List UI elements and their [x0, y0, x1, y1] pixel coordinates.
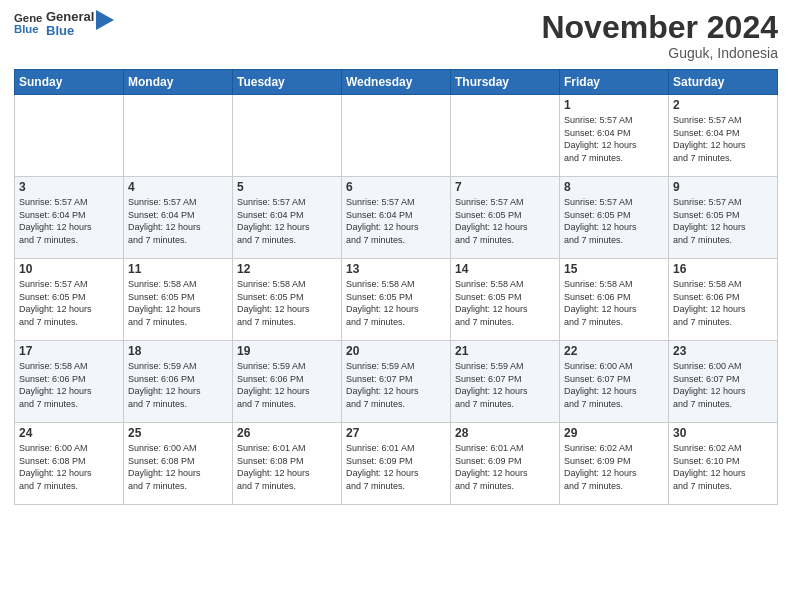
svg-marker-3: [96, 10, 114, 30]
calendar-week-4: 17Sunrise: 5:58 AM Sunset: 6:06 PM Dayli…: [15, 341, 778, 423]
calendar-cell: 24Sunrise: 6:00 AM Sunset: 6:08 PM Dayli…: [15, 423, 124, 505]
calendar-cell: [15, 95, 124, 177]
calendar-week-5: 24Sunrise: 6:00 AM Sunset: 6:08 PM Dayli…: [15, 423, 778, 505]
day-number: 27: [346, 426, 446, 440]
day-number: 17: [19, 344, 119, 358]
location-subtitle: Guguk, Indonesia: [541, 45, 778, 61]
logo-text: General Blue: [46, 10, 94, 39]
calendar-cell: 15Sunrise: 5:58 AM Sunset: 6:06 PM Dayli…: [560, 259, 669, 341]
col-wednesday: Wednesday: [342, 70, 451, 95]
day-number: 3: [19, 180, 119, 194]
day-info: Sunrise: 6:00 AM Sunset: 6:08 PM Dayligh…: [19, 442, 119, 492]
day-info: Sunrise: 6:02 AM Sunset: 6:10 PM Dayligh…: [673, 442, 773, 492]
col-sunday: Sunday: [15, 70, 124, 95]
calendar-cell: 23Sunrise: 6:00 AM Sunset: 6:07 PM Dayli…: [669, 341, 778, 423]
day-info: Sunrise: 5:57 AM Sunset: 6:04 PM Dayligh…: [673, 114, 773, 164]
arrow-icon: [96, 10, 114, 30]
calendar-cell: 28Sunrise: 6:01 AM Sunset: 6:09 PM Dayli…: [451, 423, 560, 505]
month-title: November 2024: [541, 10, 778, 45]
day-info: Sunrise: 6:00 AM Sunset: 6:07 PM Dayligh…: [673, 360, 773, 410]
day-number: 19: [237, 344, 337, 358]
col-tuesday: Tuesday: [233, 70, 342, 95]
day-number: 18: [128, 344, 228, 358]
day-number: 25: [128, 426, 228, 440]
day-number: 29: [564, 426, 664, 440]
calendar-cell: 7Sunrise: 5:57 AM Sunset: 6:05 PM Daylig…: [451, 177, 560, 259]
calendar-cell: 5Sunrise: 5:57 AM Sunset: 6:04 PM Daylig…: [233, 177, 342, 259]
calendar-cell: 27Sunrise: 6:01 AM Sunset: 6:09 PM Dayli…: [342, 423, 451, 505]
day-number: 23: [673, 344, 773, 358]
calendar-cell: 14Sunrise: 5:58 AM Sunset: 6:05 PM Dayli…: [451, 259, 560, 341]
day-info: Sunrise: 5:57 AM Sunset: 6:04 PM Dayligh…: [128, 196, 228, 246]
day-info: Sunrise: 6:00 AM Sunset: 6:07 PM Dayligh…: [564, 360, 664, 410]
day-info: Sunrise: 5:58 AM Sunset: 6:05 PM Dayligh…: [128, 278, 228, 328]
day-info: Sunrise: 6:00 AM Sunset: 6:08 PM Dayligh…: [128, 442, 228, 492]
day-info: Sunrise: 6:01 AM Sunset: 6:09 PM Dayligh…: [455, 442, 555, 492]
calendar-cell: 2Sunrise: 5:57 AM Sunset: 6:04 PM Daylig…: [669, 95, 778, 177]
calendar-cell: 10Sunrise: 5:57 AM Sunset: 6:05 PM Dayli…: [15, 259, 124, 341]
col-saturday: Saturday: [669, 70, 778, 95]
calendar-cell: 6Sunrise: 5:57 AM Sunset: 6:04 PM Daylig…: [342, 177, 451, 259]
day-number: 15: [564, 262, 664, 276]
title-block: November 2024 Guguk, Indonesia: [541, 10, 778, 61]
day-number: 2: [673, 98, 773, 112]
calendar-cell: 3Sunrise: 5:57 AM Sunset: 6:04 PM Daylig…: [15, 177, 124, 259]
day-number: 6: [346, 180, 446, 194]
day-number: 11: [128, 262, 228, 276]
calendar-cell: 21Sunrise: 5:59 AM Sunset: 6:07 PM Dayli…: [451, 341, 560, 423]
day-info: Sunrise: 5:58 AM Sunset: 6:06 PM Dayligh…: [564, 278, 664, 328]
calendar-cell: [342, 95, 451, 177]
day-info: Sunrise: 5:58 AM Sunset: 6:05 PM Dayligh…: [237, 278, 337, 328]
day-info: Sunrise: 5:57 AM Sunset: 6:04 PM Dayligh…: [237, 196, 337, 246]
calendar-cell: [233, 95, 342, 177]
calendar-cell: [124, 95, 233, 177]
day-number: 4: [128, 180, 228, 194]
day-number: 28: [455, 426, 555, 440]
day-number: 12: [237, 262, 337, 276]
calendar-cell: 4Sunrise: 5:57 AM Sunset: 6:04 PM Daylig…: [124, 177, 233, 259]
day-info: Sunrise: 5:58 AM Sunset: 6:06 PM Dayligh…: [19, 360, 119, 410]
calendar-cell: 12Sunrise: 5:58 AM Sunset: 6:05 PM Dayli…: [233, 259, 342, 341]
day-number: 26: [237, 426, 337, 440]
day-number: 24: [19, 426, 119, 440]
day-number: 13: [346, 262, 446, 276]
calendar-cell: 19Sunrise: 5:59 AM Sunset: 6:06 PM Dayli…: [233, 341, 342, 423]
day-info: Sunrise: 5:58 AM Sunset: 6:06 PM Dayligh…: [673, 278, 773, 328]
day-info: Sunrise: 5:57 AM Sunset: 6:05 PM Dayligh…: [564, 196, 664, 246]
calendar-cell: 13Sunrise: 5:58 AM Sunset: 6:05 PM Dayli…: [342, 259, 451, 341]
day-number: 5: [237, 180, 337, 194]
day-info: Sunrise: 5:57 AM Sunset: 6:04 PM Dayligh…: [19, 196, 119, 246]
calendar-week-3: 10Sunrise: 5:57 AM Sunset: 6:05 PM Dayli…: [15, 259, 778, 341]
day-number: 8: [564, 180, 664, 194]
day-number: 1: [564, 98, 664, 112]
calendar-cell: 8Sunrise: 5:57 AM Sunset: 6:05 PM Daylig…: [560, 177, 669, 259]
calendar-cell: 9Sunrise: 5:57 AM Sunset: 6:05 PM Daylig…: [669, 177, 778, 259]
day-info: Sunrise: 5:59 AM Sunset: 6:06 PM Dayligh…: [237, 360, 337, 410]
day-number: 30: [673, 426, 773, 440]
col-monday: Monday: [124, 70, 233, 95]
day-number: 21: [455, 344, 555, 358]
day-number: 10: [19, 262, 119, 276]
day-info: Sunrise: 6:01 AM Sunset: 6:09 PM Dayligh…: [346, 442, 446, 492]
col-friday: Friday: [560, 70, 669, 95]
day-number: 14: [455, 262, 555, 276]
day-info: Sunrise: 6:02 AM Sunset: 6:09 PM Dayligh…: [564, 442, 664, 492]
day-info: Sunrise: 5:57 AM Sunset: 6:04 PM Dayligh…: [346, 196, 446, 246]
day-number: 7: [455, 180, 555, 194]
page: General Blue General Blue November 2024 …: [0, 0, 792, 612]
day-info: Sunrise: 5:57 AM Sunset: 6:05 PM Dayligh…: [19, 278, 119, 328]
day-info: Sunrise: 5:59 AM Sunset: 6:06 PM Dayligh…: [128, 360, 228, 410]
day-info: Sunrise: 5:57 AM Sunset: 6:04 PM Dayligh…: [564, 114, 664, 164]
day-info: Sunrise: 5:58 AM Sunset: 6:05 PM Dayligh…: [455, 278, 555, 328]
col-thursday: Thursday: [451, 70, 560, 95]
calendar-cell: 16Sunrise: 5:58 AM Sunset: 6:06 PM Dayli…: [669, 259, 778, 341]
calendar-cell: 18Sunrise: 5:59 AM Sunset: 6:06 PM Dayli…: [124, 341, 233, 423]
day-number: 22: [564, 344, 664, 358]
calendar-cell: 26Sunrise: 6:01 AM Sunset: 6:08 PM Dayli…: [233, 423, 342, 505]
day-number: 20: [346, 344, 446, 358]
calendar-cell: 17Sunrise: 5:58 AM Sunset: 6:06 PM Dayli…: [15, 341, 124, 423]
calendar-cell: [451, 95, 560, 177]
calendar-cell: 11Sunrise: 5:58 AM Sunset: 6:05 PM Dayli…: [124, 259, 233, 341]
day-info: Sunrise: 5:57 AM Sunset: 6:05 PM Dayligh…: [455, 196, 555, 246]
calendar-cell: 22Sunrise: 6:00 AM Sunset: 6:07 PM Dayli…: [560, 341, 669, 423]
